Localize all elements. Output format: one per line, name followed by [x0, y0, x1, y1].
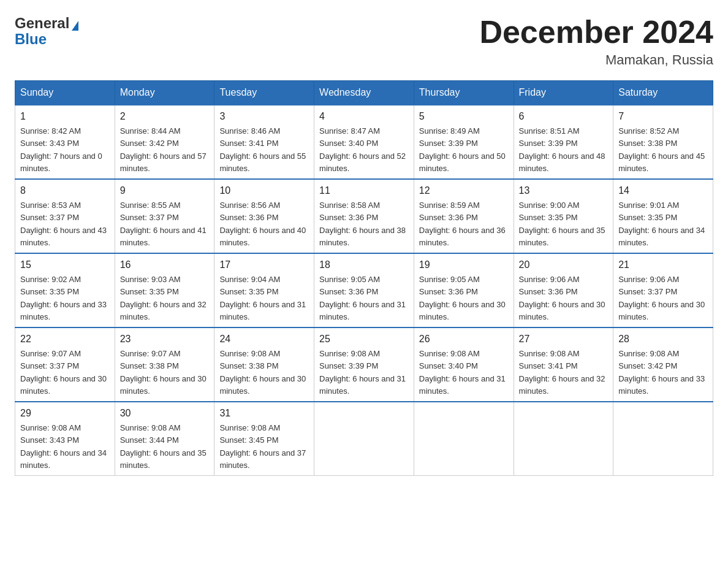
day-info: Sunrise: 8:56 AMSunset: 3:36 PMDaylight:…: [219, 201, 306, 247]
day-info: Sunrise: 9:08 AMSunset: 3:44 PMDaylight:…: [120, 423, 207, 470]
day-info: Sunrise: 9:05 AMSunset: 3:36 PMDaylight:…: [419, 275, 506, 321]
day-number: 23: [120, 332, 210, 347]
header-thursday: Thursday: [414, 81, 514, 105]
day-number: 15: [20, 258, 110, 272]
day-info: Sunrise: 8:47 AMSunset: 3:40 PMDaylight:…: [319, 126, 406, 173]
cell-w2-d3: 11 Sunrise: 8:58 AMSunset: 3:36 PMDaylig…: [314, 179, 414, 253]
day-number: 4: [319, 109, 409, 124]
cell-w4-d2: 24 Sunrise: 9:08 AMSunset: 3:38 PMDaylig…: [214, 327, 314, 402]
day-info: Sunrise: 9:05 AMSunset: 3:36 PMDaylight:…: [319, 275, 406, 321]
cell-w2-d2: 10 Sunrise: 8:56 AMSunset: 3:36 PMDaylig…: [214, 179, 314, 253]
day-number: 22: [20, 332, 110, 347]
cell-w1-d6: 7 Sunrise: 8:52 AMSunset: 3:38 PMDayligh…: [613, 105, 713, 179]
day-number: 10: [219, 183, 309, 198]
day-info: Sunrise: 9:08 AMSunset: 3:43 PMDaylight:…: [20, 423, 107, 470]
cell-w5-d5: [514, 402, 613, 476]
header-tuesday: Tuesday: [214, 81, 314, 105]
week-row-3: 15 Sunrise: 9:02 AMSunset: 3:35 PMDaylig…: [15, 253, 713, 327]
calendar-table: Sunday Monday Tuesday Wednesday Thursday…: [15, 80, 713, 476]
cell-w5-d4: [414, 402, 514, 476]
day-info: Sunrise: 9:08 AMSunset: 3:38 PMDaylight:…: [219, 349, 306, 396]
day-number: 16: [120, 258, 210, 272]
week-row-1: 1 Sunrise: 8:42 AMSunset: 3:43 PMDayligh…: [15, 105, 713, 179]
cell-w5-d2: 31 Sunrise: 9:08 AMSunset: 3:45 PMDaylig…: [214, 402, 314, 476]
cell-w1-d4: 5 Sunrise: 8:49 AMSunset: 3:39 PMDayligh…: [414, 105, 514, 179]
cell-w2-d0: 8 Sunrise: 8:53 AMSunset: 3:37 PMDayligh…: [15, 179, 115, 253]
logo-general-text: General: [15, 15, 69, 32]
logo-triangle-icon: [72, 21, 78, 31]
day-number: 26: [419, 332, 509, 347]
header-monday: Monday: [115, 81, 214, 105]
logo-blue-text: Blue: [15, 31, 47, 48]
cell-w4-d1: 23 Sunrise: 9:07 AMSunset: 3:38 PMDaylig…: [115, 327, 214, 402]
day-info: Sunrise: 9:04 AMSunset: 3:35 PMDaylight:…: [219, 275, 306, 321]
day-number: 28: [618, 332, 708, 347]
day-number: 17: [219, 258, 309, 272]
week-row-4: 22 Sunrise: 9:07 AMSunset: 3:37 PMDaylig…: [15, 327, 713, 402]
day-number: 7: [618, 109, 708, 124]
day-info: Sunrise: 8:53 AMSunset: 3:37 PMDaylight:…: [20, 201, 107, 247]
day-info: Sunrise: 9:03 AMSunset: 3:35 PMDaylight:…: [120, 275, 207, 321]
day-info: Sunrise: 9:01 AMSunset: 3:35 PMDaylight:…: [618, 201, 705, 247]
cell-w3-d5: 20 Sunrise: 9:06 AMSunset: 3:36 PMDaylig…: [514, 253, 613, 327]
day-number: 6: [519, 109, 609, 124]
cell-w4-d6: 28 Sunrise: 9:08 AMSunset: 3:42 PMDaylig…: [613, 327, 713, 402]
day-number: 14: [618, 183, 708, 198]
day-number: 30: [120, 406, 210, 421]
day-number: 5: [419, 109, 509, 124]
day-info: Sunrise: 9:00 AMSunset: 3:35 PMDaylight:…: [519, 201, 605, 247]
header-saturday: Saturday: [613, 81, 713, 105]
cell-w5-d1: 30 Sunrise: 9:08 AMSunset: 3:44 PMDaylig…: [115, 402, 214, 476]
cell-w5-d3: [314, 402, 414, 476]
calendar-body: 1 Sunrise: 8:42 AMSunset: 3:43 PMDayligh…: [15, 105, 713, 476]
cell-w3-d6: 21 Sunrise: 9:06 AMSunset: 3:37 PMDaylig…: [613, 253, 713, 327]
week-row-2: 8 Sunrise: 8:53 AMSunset: 3:37 PMDayligh…: [15, 179, 713, 253]
cell-w5-d0: 29 Sunrise: 9:08 AMSunset: 3:43 PMDaylig…: [15, 402, 115, 476]
day-info: Sunrise: 9:08 AMSunset: 3:39 PMDaylight:…: [319, 349, 406, 396]
cell-w1-d3: 4 Sunrise: 8:47 AMSunset: 3:40 PMDayligh…: [314, 105, 414, 179]
cell-w4-d0: 22 Sunrise: 9:07 AMSunset: 3:37 PMDaylig…: [15, 327, 115, 402]
cell-w1-d2: 3 Sunrise: 8:46 AMSunset: 3:41 PMDayligh…: [214, 105, 314, 179]
day-number: 12: [419, 183, 509, 198]
cell-w4-d3: 25 Sunrise: 9:08 AMSunset: 3:39 PMDaylig…: [314, 327, 414, 402]
cell-w3-d3: 18 Sunrise: 9:05 AMSunset: 3:36 PMDaylig…: [314, 253, 414, 327]
day-number: 21: [618, 258, 708, 272]
day-number: 3: [219, 109, 309, 124]
calendar-subtitle: Mamakan, Russia: [479, 52, 713, 68]
day-info: Sunrise: 9:07 AMSunset: 3:37 PMDaylight:…: [20, 349, 107, 396]
day-number: 31: [219, 406, 309, 421]
week-row-5: 29 Sunrise: 9:08 AMSunset: 3:43 PMDaylig…: [15, 402, 713, 476]
header-wednesday: Wednesday: [314, 81, 414, 105]
cell-w2-d4: 12 Sunrise: 8:59 AMSunset: 3:36 PMDaylig…: [414, 179, 514, 253]
day-info: Sunrise: 8:49 AMSunset: 3:39 PMDaylight:…: [419, 126, 506, 173]
day-number: 9: [120, 183, 210, 198]
day-number: 24: [219, 332, 309, 347]
cell-w3-d4: 19 Sunrise: 9:05 AMSunset: 3:36 PMDaylig…: [414, 253, 514, 327]
day-info: Sunrise: 9:02 AMSunset: 3:35 PMDaylight:…: [20, 275, 107, 321]
day-number: 8: [20, 183, 110, 198]
day-info: Sunrise: 9:07 AMSunset: 3:38 PMDaylight:…: [120, 349, 207, 396]
header-friday: Friday: [514, 81, 613, 105]
day-info: Sunrise: 8:51 AMSunset: 3:39 PMDaylight:…: [519, 126, 605, 173]
cell-w2-d6: 14 Sunrise: 9:01 AMSunset: 3:35 PMDaylig…: [613, 179, 713, 253]
title-block: December 2024 Mamakan, Russia: [479, 15, 713, 68]
day-number: 11: [319, 183, 409, 198]
day-info: Sunrise: 8:52 AMSunset: 3:38 PMDaylight:…: [618, 126, 705, 173]
day-number: 18: [319, 258, 409, 272]
day-info: Sunrise: 9:06 AMSunset: 3:36 PMDaylight:…: [519, 275, 605, 321]
day-info: Sunrise: 9:06 AMSunset: 3:37 PMDaylight:…: [618, 275, 705, 321]
logo: General Blue: [15, 15, 78, 48]
cell-w2-d1: 9 Sunrise: 8:55 AMSunset: 3:37 PMDayligh…: [115, 179, 214, 253]
day-number: 20: [519, 258, 609, 272]
day-number: 19: [419, 258, 509, 272]
cell-w2-d5: 13 Sunrise: 9:00 AMSunset: 3:35 PMDaylig…: [514, 179, 613, 253]
day-number: 2: [120, 109, 210, 124]
cell-w3-d1: 16 Sunrise: 9:03 AMSunset: 3:35 PMDaylig…: [115, 253, 214, 327]
header-row: Sunday Monday Tuesday Wednesday Thursday…: [15, 81, 713, 105]
day-info: Sunrise: 8:42 AMSunset: 3:43 PMDaylight:…: [20, 126, 102, 173]
day-number: 29: [20, 406, 110, 421]
day-info: Sunrise: 8:46 AMSunset: 3:41 PMDaylight:…: [219, 126, 306, 173]
cell-w1-d0: 1 Sunrise: 8:42 AMSunset: 3:43 PMDayligh…: [15, 105, 115, 179]
cell-w3-d0: 15 Sunrise: 9:02 AMSunset: 3:35 PMDaylig…: [15, 253, 115, 327]
page-header: General Blue December 2024 Mamakan, Russ…: [15, 15, 713, 68]
